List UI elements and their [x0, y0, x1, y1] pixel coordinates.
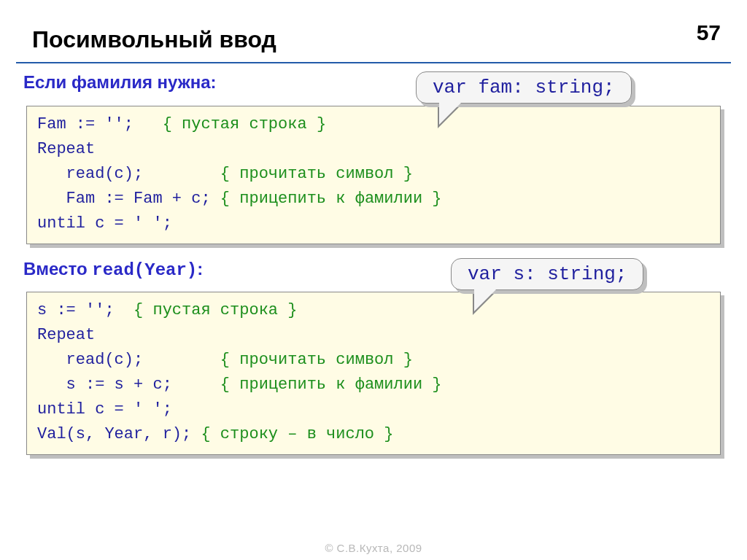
code: until c = ' ';: [37, 214, 172, 233]
code: Val(s, Year, r);: [37, 425, 201, 443]
code: Repeat: [37, 326, 95, 344]
code-comment: { пустая строка }: [163, 115, 326, 133]
code-block-1: Fam := ''; { пустая строка } Repeat read…: [26, 106, 721, 244]
code: Repeat: [37, 140, 95, 158]
code: Fam := Fam + c;: [37, 190, 220, 208]
code: Fam := '';: [37, 115, 163, 133]
code-comment: { прочитать символ }: [220, 351, 413, 369]
code-comment: { прицепить к фамилии }: [220, 376, 442, 394]
callout-var-s: var s: string;: [451, 258, 643, 290]
code-comment: { строку – в число }: [201, 425, 393, 443]
code-comment: { пустая строка }: [133, 301, 297, 319]
code-comment: { прицепить к фамилии }: [220, 190, 442, 208]
footer-copyright: © С.В.Кухта, 2009: [0, 542, 747, 554]
code-block-2: s := ''; { пустая строка } Repeat read(c…: [26, 292, 721, 455]
section1-label: Если фамилия нужна:: [23, 72, 217, 93]
page-title: Посимвольный ввод: [32, 26, 276, 53]
label-mono: read(Year): [92, 260, 197, 280]
section2-label: Вместо read(Year):: [23, 259, 203, 280]
divider: [16, 62, 731, 63]
code-comment: { прочитать символ }: [220, 165, 413, 183]
code: s := '';: [37, 301, 133, 319]
page-number: 57: [697, 20, 721, 45]
code: read(c);: [37, 165, 220, 183]
label-text: :: [197, 259, 203, 279]
callout-var-fam: var fam: string;: [416, 71, 632, 104]
callout-tail: [474, 288, 498, 311]
code: s := s + c;: [37, 376, 220, 394]
code: read(c);: [37, 351, 220, 369]
code: until c = ' ';: [37, 400, 172, 419]
label-text: Вместо: [23, 259, 92, 279]
callout-tail: [439, 101, 462, 125]
